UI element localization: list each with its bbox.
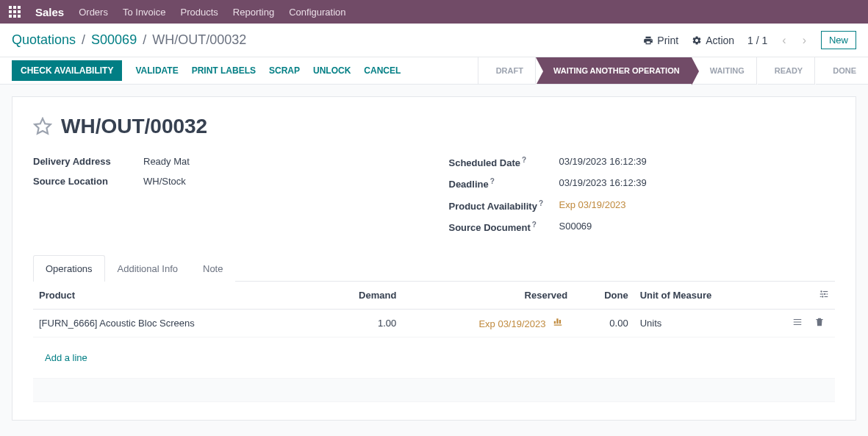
action-buttons-left: CHECK AVAILABILITY VALIDATE PRINT LABELS…: [0, 57, 401, 84]
detailed-operations-icon[interactable]: [788, 317, 807, 329]
nav-to-invoice[interactable]: To Invoice: [123, 7, 166, 18]
reserved-text: Exp 03/19/2023: [478, 318, 545, 329]
status-ready[interactable]: READY: [756, 57, 815, 84]
nav-orders[interactable]: Orders: [79, 7, 108, 18]
status-waiting-another[interactable]: WAITING ANOTHER OPERATION: [535, 57, 692, 84]
help-icon[interactable]: ?: [539, 199, 543, 207]
header-actions: Print Action 1 / 1 ‹ › New: [643, 31, 856, 49]
fields-grid: Delivery Address Ready Mat Source Locati…: [33, 151, 835, 237]
svg-rect-8: [825, 296, 828, 297]
new-button[interactable]: New: [821, 31, 856, 49]
print-label: Print: [657, 35, 678, 46]
breadcrumb-order[interactable]: S00069: [91, 32, 137, 48]
validate-button[interactable]: VALIDATE: [135, 65, 178, 76]
title-row: WH/OUT/00032: [33, 115, 835, 138]
cell-demand[interactable]: 1.00: [318, 310, 403, 337]
deadline-label: Deadline?: [449, 177, 559, 190]
scrap-button[interactable]: SCRAP: [269, 65, 300, 76]
help-icon[interactable]: ?: [532, 221, 537, 229]
fields-right: Scheduled Date? 03/19/2023 16:12:39 Dead…: [449, 151, 836, 237]
status-waiting[interactable]: WAITING: [692, 57, 756, 84]
table-row[interactable]: [FURN_6666] Acoustic Bloc Screens 1.00 E…: [33, 310, 835, 337]
tab-additional-info[interactable]: Additional Info: [105, 255, 190, 282]
action-bar: CHECK AVAILABILITY VALIDATE PRINT LABELS…: [0, 57, 868, 85]
top-nav: Sales Orders To Invoice Products Reporti…: [0, 0, 868, 24]
svg-point-6: [822, 296, 823, 298]
cell-reserved: Exp 03/19/2023: [402, 310, 573, 337]
pager-text: 1 / 1: [747, 35, 767, 46]
source-location-label: Source Location: [33, 176, 143, 187]
fields-left: Delivery Address Ready Mat Source Locati…: [33, 151, 420, 237]
unlock-button[interactable]: UNLOCK: [313, 65, 351, 76]
gear-icon: [692, 35, 702, 46]
add-line-row: Add a line: [33, 337, 835, 379]
scheduled-date-value[interactable]: 03/19/2023 16:12:39: [559, 156, 836, 168]
cell-product[interactable]: [FURN_6666] Acoustic Bloc Screens: [33, 310, 318, 337]
delete-icon[interactable]: [810, 317, 829, 329]
operations-table: Product Demand Reserved Done Unit of Mea…: [33, 282, 835, 402]
scheduled-date-label: Scheduled Date?: [449, 156, 559, 168]
col-product[interactable]: Product: [33, 282, 318, 310]
forecast-icon[interactable]: [548, 317, 567, 329]
nav-products[interactable]: Products: [180, 7, 218, 18]
app-brand[interactable]: Sales: [35, 6, 64, 18]
svg-rect-4: [820, 294, 824, 295]
header-bar: Quotations / S00069 / WH/OUT/00032 Print…: [0, 24, 868, 57]
breadcrumb-quotations[interactable]: Quotations: [12, 32, 76, 48]
svg-rect-7: [820, 296, 822, 297]
breadcrumb-current: WH/OUT/00032: [152, 32, 246, 48]
source-document-value[interactable]: S00069: [559, 221, 836, 233]
content-area: WH/OUT/00032 Delivery Address Ready Mat …: [0, 85, 868, 432]
page-title: WH/OUT/00032: [61, 115, 207, 138]
main-card: WH/OUT/00032 Delivery Address Ready Mat …: [12, 96, 856, 421]
svg-point-1: [820, 291, 822, 293]
print-labels-button[interactable]: PRINT LABELS: [192, 65, 256, 76]
columns-settings-icon[interactable]: [819, 290, 829, 301]
delivery-address-label: Delivery Address: [33, 156, 143, 167]
product-availability-value: Exp 03/19/2023: [559, 199, 836, 212]
product-availability-label: Product Availability?: [449, 199, 559, 212]
action-button[interactable]: Action: [692, 35, 734, 46]
source-document-label: Source Document?: [449, 221, 559, 233]
action-label: Action: [706, 35, 734, 46]
tab-note[interactable]: Note: [190, 255, 235, 282]
svg-rect-2: [823, 291, 828, 292]
help-icon[interactable]: ?: [522, 156, 526, 164]
help-icon[interactable]: ?: [490, 177, 495, 185]
svg-marker-0: [35, 118, 51, 134]
apps-icon[interactable]: [9, 6, 21, 18]
pager-next[interactable]: ›: [801, 34, 808, 47]
status-bar: DRAFT WAITING ANOTHER OPERATION WAITING …: [478, 57, 868, 84]
breadcrumb-sep: /: [143, 32, 146, 48]
cell-done[interactable]: 0.00: [573, 310, 634, 337]
tabs: Operations Additional Info Note: [33, 255, 835, 282]
status-draft[interactable]: DRAFT: [478, 57, 535, 84]
printer-icon: [643, 35, 653, 46]
col-done[interactable]: Done: [573, 282, 634, 310]
print-button[interactable]: Print: [643, 35, 678, 46]
empty-footer-row: [33, 379, 835, 402]
nav-reporting[interactable]: Reporting: [233, 7, 274, 18]
breadcrumb: Quotations / S00069 / WH/OUT/00032: [12, 32, 246, 48]
star-icon[interactable]: [33, 117, 52, 136]
add-line-button[interactable]: Add a line: [39, 345, 93, 371]
svg-point-3: [824, 293, 825, 295]
col-demand[interactable]: Demand: [318, 282, 403, 310]
source-location-value[interactable]: WH/Stock: [143, 176, 420, 187]
deadline-value: 03/19/2023 16:12:39: [559, 177, 836, 190]
col-reserved[interactable]: Reserved: [402, 282, 573, 310]
svg-rect-5: [827, 294, 828, 295]
tab-operations[interactable]: Operations: [33, 255, 105, 282]
status-done[interactable]: DONE: [814, 57, 868, 84]
cell-actions: [776, 310, 835, 337]
breadcrumb-sep: /: [82, 32, 85, 48]
check-availability-button[interactable]: CHECK AVAILABILITY: [12, 60, 122, 81]
delivery-address-value[interactable]: Ready Mat: [143, 156, 420, 167]
nav-configuration[interactable]: Configuration: [289, 7, 345, 18]
col-uom[interactable]: Unit of Measure: [634, 282, 776, 310]
cell-uom[interactable]: Units: [634, 310, 776, 337]
cancel-button[interactable]: CANCEL: [364, 65, 401, 76]
pager-prev[interactable]: ‹: [781, 34, 787, 47]
